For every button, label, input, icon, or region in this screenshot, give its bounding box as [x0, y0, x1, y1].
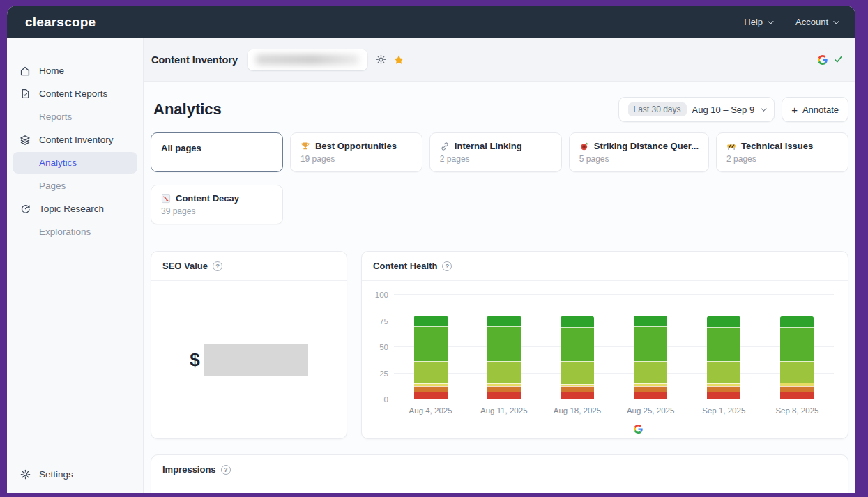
panel-title: Content Health [373, 261, 437, 271]
help-circle-icon[interactable]: ? [213, 261, 222, 271]
annotate-button[interactable]: + Annotate [782, 97, 848, 122]
bar-segment-red [414, 392, 448, 400]
analytics-page: Analytics Last 30 days Aug 10 – Sep 9 + … [144, 82, 855, 493]
document-icon [20, 89, 31, 100]
sidebar-item-explorations[interactable]: Explorations [13, 221, 137, 243]
sidebar-item-label: Reports [39, 112, 72, 122]
content-health-xlabels: Aug 4, 2025Aug 11, 2025Aug 18, 2025Aug 2… [394, 406, 834, 418]
bar-segment-green [780, 327, 814, 361]
link-icon [440, 142, 450, 151]
y-axis-label: 25 [365, 369, 388, 378]
sidebar-item-topic-research[interactable]: Topic Research [13, 198, 137, 220]
sidebar-item-home[interactable]: Home [13, 60, 137, 82]
filter-card-title: Technical Issues [741, 141, 813, 151]
content-health-plot: 0255075100 [394, 295, 834, 399]
filter-card-title: Internal Linking [455, 141, 522, 151]
y-axis-label: 100 [365, 291, 388, 299]
bar-segment-yellow-green [780, 361, 814, 383]
bar-segment-green [561, 327, 594, 361]
stacked-bar[interactable] [780, 295, 814, 399]
bar-segment-dark-green [487, 316, 521, 326]
help-menu[interactable]: Help [744, 17, 772, 27]
filter-card-best-opportunities[interactable]: Best Opportunities 19 pages [290, 132, 422, 172]
bar-segment-orange [414, 386, 448, 392]
help-menu-label: Help [744, 17, 763, 27]
bar-segment-red [707, 392, 740, 399]
sidebar-item-label: Analytics [39, 158, 77, 168]
x-axis-label: Aug 18, 2025 [540, 406, 614, 418]
stacked-bar[interactable] [487, 295, 521, 399]
sidebar-item-pages[interactable]: Pages [13, 175, 137, 197]
compass-icon [20, 204, 31, 215]
filter-card-technical-issues[interactable]: Technical Issues 2 pages [716, 132, 848, 172]
star-icon[interactable] [393, 54, 404, 66]
currency-symbol: $ [190, 349, 199, 371]
help-circle-icon[interactable]: ? [442, 261, 452, 271]
bar-segment-dark-green [414, 316, 448, 326]
chart-decreasing-icon [161, 194, 171, 204]
seo-value-panel: SEO Value ? $ [151, 251, 347, 439]
impressions-panel: Impressions ? [151, 454, 848, 493]
trophy-icon [300, 142, 310, 151]
account-menu[interactable]: Account [795, 17, 837, 27]
y-axis-label: 0 [365, 395, 388, 404]
filter-card-count: 19 pages [300, 154, 412, 164]
panel-title: SEO Value [162, 261, 208, 271]
account-menu-label: Account [795, 17, 828, 27]
filter-card-all-pages[interactable]: All pages [151, 132, 283, 172]
google-g-icon [818, 55, 828, 65]
filter-card-title: Best Opportunities [315, 141, 397, 151]
stacked-bar[interactable] [707, 295, 740, 399]
sync-status [818, 55, 843, 65]
chevron-down-icon [768, 18, 773, 24]
sidebar-item-content-reports[interactable]: Content Reports [13, 83, 137, 105]
bar-segment-dark-green [561, 316, 594, 327]
bar-segment-dark-green [780, 316, 814, 327]
bar-segment-red [487, 392, 521, 399]
filter-card-title: Content Decay [176, 193, 239, 204]
stacked-bar[interactable] [561, 295, 594, 399]
annotate-button-label: Annotate [802, 105, 839, 115]
top-navbar: clearscope Help Account [7, 6, 855, 38]
bar-segment-orange [634, 386, 667, 392]
stacked-bar[interactable] [414, 295, 448, 399]
sidebar-item-analytics[interactable]: Analytics [13, 152, 137, 174]
date-range-button[interactable]: Last 30 days Aug 10 – Sep 9 [618, 97, 775, 122]
sidebar-item-label: Topic Research [39, 204, 104, 214]
sidebar-item-reports[interactable]: Reports [13, 106, 137, 128]
bar-segment-orange [487, 386, 521, 392]
redacted-blur [256, 54, 359, 65]
app-window: clearscope Help Account Home Content [7, 6, 855, 493]
x-axis-label: Aug 4, 2025 [394, 406, 467, 418]
gear-icon[interactable] [376, 54, 386, 65]
chevron-down-icon [833, 18, 839, 24]
page-header: Content Inventory [144, 38, 855, 82]
bar-segment-orange [780, 386, 814, 392]
bar-segment-orange [707, 386, 740, 392]
sidebar-item-label: Explorations [39, 227, 91, 237]
y-axis-label: 50 [365, 343, 388, 351]
bar-segment-dark-green [707, 316, 740, 327]
bar-segment-yellow-green [414, 361, 448, 383]
content-health-panel: Content Health ? 0255075100 Aug 4, 2025A… [361, 251, 848, 439]
stacked-bar[interactable] [634, 295, 667, 399]
filter-card-title: Striking Distance Quer... [594, 141, 699, 151]
sidebar-item-content-inventory[interactable]: Content Inventory [13, 129, 137, 151]
bar-segment-green [487, 326, 521, 361]
date-range-label: Aug 10 – Sep 9 [692, 105, 755, 115]
filter-card-internal-linking[interactable]: Internal Linking 2 pages [429, 132, 562, 172]
sidebar-item-settings[interactable]: Settings [13, 464, 137, 485]
sidebar: Home Content Reports Reports Content Inv… [7, 38, 144, 493]
workspace-name-field-redacted[interactable] [248, 49, 367, 70]
help-circle-icon[interactable]: ? [221, 465, 231, 475]
clearscope-logo: clearscope [25, 15, 96, 30]
bar-segment-yellow-green [561, 361, 594, 384]
filter-card-striking-distance[interactable]: Striking Distance Quer... 5 pages [569, 132, 709, 172]
y-axis-label: 75 [365, 317, 388, 326]
filter-card-content-decay[interactable]: Content Decay 39 pages [151, 185, 283, 224]
layers-icon [20, 135, 31, 146]
filter-card-count: 2 pages [726, 154, 838, 164]
page-title: Analytics [153, 100, 222, 118]
dart-icon [579, 142, 589, 151]
bar-segment-orange [561, 386, 594, 392]
